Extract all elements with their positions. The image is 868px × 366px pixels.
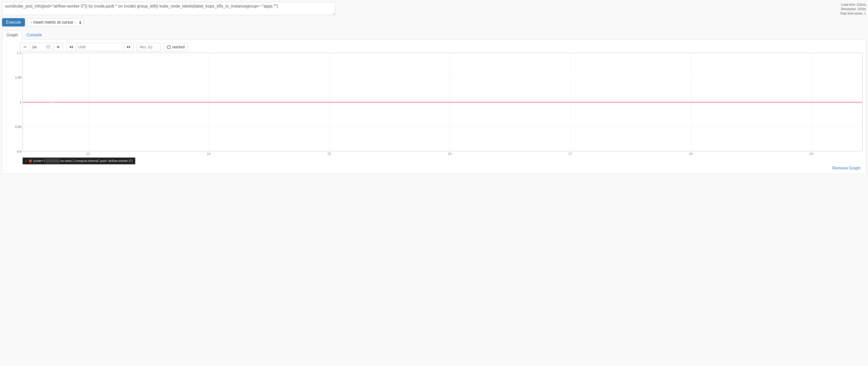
datepicker-icon[interactable]: [46, 45, 51, 49]
graph-panel: 1w: [2, 40, 866, 174]
remove-graph-link[interactable]: Remove Graph: [832, 166, 861, 170]
y-tick: 1.1: [17, 51, 22, 55]
time-forward-button[interactable]: [124, 43, 134, 51]
range-increase-button[interactable]: [53, 43, 63, 51]
select-caret-icon: ▴▾: [80, 21, 81, 24]
gridline: [23, 78, 862, 78]
until-group: [66, 43, 134, 51]
legend-text-suffix: ·eu-west-2.compute.internal",pod="airflo…: [60, 159, 133, 163]
x-tick: 23: [86, 152, 90, 156]
stacked-toggle[interactable]: stacked: [164, 43, 188, 51]
chart: 1.1 1.05 1 0.95 0.9 23 24: [5, 53, 863, 164]
plot-area[interactable]: [23, 53, 863, 151]
tab-graph[interactable]: Graph: [3, 30, 22, 40]
gridline: [23, 127, 862, 127]
tabs: Graph Console: [2, 30, 866, 40]
legend-swatch: [29, 160, 32, 162]
query-input[interactable]: sum(kube_pod_info{pod="airflow-worker-3"…: [2, 2, 335, 15]
execute-button[interactable]: Execute: [2, 18, 25, 27]
y-tick: 1: [20, 100, 22, 104]
y-axis: 1.1 1.05 1 0.95 0.9: [5, 53, 23, 151]
svg-rect-1: [47, 45, 50, 48]
x-tick: 27: [568, 152, 572, 156]
tab-console[interactable]: Console: [23, 31, 45, 39]
fast-forward-icon: [127, 45, 130, 49]
range-input[interactable]: 1w: [32, 45, 46, 49]
legend-text-obscured: p-10-0-0-0: [45, 159, 60, 163]
y-tick: 1.05: [15, 75, 22, 80]
meta-resolution: Resolution: 2419s: [840, 7, 866, 11]
x-tick: 29: [809, 152, 813, 156]
check-icon: ✔: [25, 159, 28, 163]
query-meta: Load time: 210ms Resolution: 2419s Total…: [840, 2, 866, 16]
svg-rect-0: [24, 47, 26, 47]
meta-load-time: Load time: 210ms: [840, 3, 866, 7]
minus-icon: [23, 45, 27, 49]
y-tick: 0.9: [17, 150, 22, 153]
x-tick: 24: [207, 152, 211, 156]
legend-text-prefix: {node="i: [33, 159, 45, 163]
insert-metric-select[interactable]: - insert metric at cursor - ▴▾: [27, 18, 84, 27]
plus-icon: [57, 45, 60, 49]
legend-item[interactable]: ✔ {node="ip-10-0-0-0·eu-west-2.compute.i…: [23, 158, 135, 164]
stacked-label: stacked: [172, 45, 185, 49]
unchecked-icon: [167, 45, 170, 49]
meta-total-series: Total time series: 1: [840, 11, 866, 16]
range-group: 1w: [20, 43, 63, 51]
svg-rect-5: [58, 46, 58, 48]
x-axis: 23 24 25 26 27 28 29: [23, 151, 863, 156]
x-tick: 26: [448, 152, 452, 156]
y-tick: 0.95: [15, 125, 22, 129]
time-back-button[interactable]: [66, 43, 76, 51]
svg-rect-6: [167, 46, 170, 49]
range-decrease-button[interactable]: [20, 43, 30, 51]
rewind-icon: [69, 45, 73, 49]
x-tick: 25: [327, 152, 331, 156]
legend-label: {node="ip-10-0-0-0·eu-west-2.compute.int…: [33, 159, 133, 163]
until-input[interactable]: [76, 43, 124, 51]
resolution-input[interactable]: [137, 43, 161, 51]
insert-metric-label: - insert metric at cursor -: [31, 20, 76, 25]
x-tick: 28: [689, 152, 692, 156]
